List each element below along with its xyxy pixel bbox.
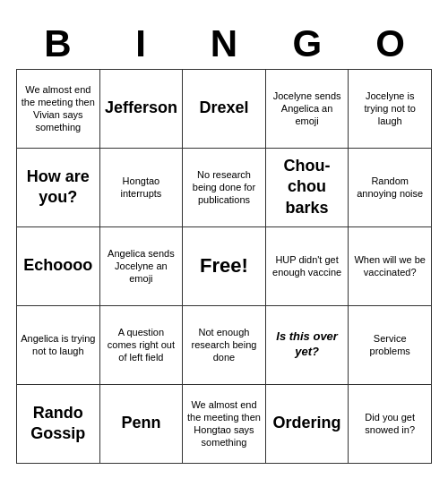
bingo-cell-16: A question comes right out of left field	[100, 306, 184, 385]
bingo-cell-1: Jefferson	[100, 70, 184, 149]
bingo-cell-0: We almost end the meeting then Vivian sa…	[17, 70, 100, 149]
bingo-cell-18: Is this over yet?	[266, 306, 349, 385]
bingo-letter-B: B	[16, 23, 99, 64]
bingo-cell-7: No research being done for publications	[183, 149, 266, 227]
bingo-cell-3: Jocelyne sends Angelica an emoji	[266, 70, 349, 149]
bingo-cell-6: Hongtao interrupts	[100, 149, 184, 227]
bingo-cell-14: When will we be vaccinated?	[349, 227, 432, 306]
bingo-cell-4: Jocelyne is trying not to laugh	[349, 70, 432, 149]
bingo-cell-20: Rando Gossip	[17, 385, 100, 464]
bingo-cell-22: We almost end the meeting then Hongtao s…	[183, 385, 266, 464]
bingo-cell-13: HUP didn't get enough vaccine	[266, 227, 349, 306]
bingo-cell-10: Echoooo	[17, 227, 100, 306]
bingo-cell-2: Drexel	[183, 70, 266, 149]
bingo-cell-23: Ordering	[266, 385, 349, 464]
bingo-card: BINGO We almost end the meeting then Viv…	[9, 16, 439, 470]
bingo-letter-O: O	[349, 23, 432, 64]
bingo-cell-8: Chou-chou barks	[266, 149, 349, 227]
bingo-cell-5: How are you?	[17, 149, 100, 227]
bingo-header: BINGO	[16, 23, 432, 64]
bingo-cell-21: Penn	[100, 385, 184, 464]
bingo-cell-12: Free!	[183, 227, 266, 306]
bingo-letter-I: I	[99, 23, 183, 64]
bingo-cell-19: Service problems	[349, 306, 432, 385]
bingo-cell-17: Not enough research being done	[183, 306, 266, 385]
bingo-letter-N: N	[183, 23, 266, 64]
bingo-cell-15: Angelica is trying not to laugh	[17, 306, 100, 385]
bingo-letter-G: G	[265, 23, 349, 64]
bingo-cell-9: Random annoying noise	[349, 149, 432, 227]
bingo-cell-24: Did you get snowed in?	[349, 385, 432, 464]
bingo-cell-11: Angelica sends Jocelyne an emoji	[100, 227, 184, 306]
bingo-grid: We almost end the meeting then Vivian sa…	[16, 69, 432, 464]
